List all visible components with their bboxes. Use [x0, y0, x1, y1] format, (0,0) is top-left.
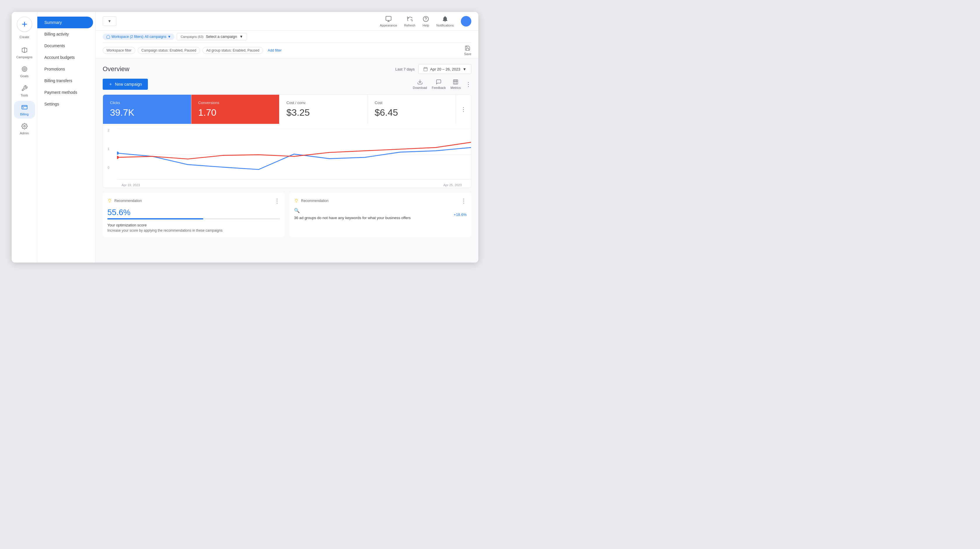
metrics-more: ⋮ — [456, 95, 471, 124]
notifications-button[interactable]: Notifications — [436, 16, 454, 27]
feedback-icon — [436, 79, 442, 85]
submenu-billing-transfers[interactable]: Billing transfers — [37, 75, 93, 87]
campaign-dropdown[interactable]: Campaigns (63) Select a campaign ▼ — [177, 33, 247, 40]
svg-rect-10 — [453, 80, 458, 84]
refresh-button[interactable]: Refresh — [404, 16, 415, 27]
create-button[interactable] — [17, 17, 32, 32]
add-filter-button[interactable]: Add filter — [266, 47, 284, 54]
rec-right-2: 🔍 36 ad groups do not have any keywords … — [294, 208, 467, 221]
cost-label: Cost — [375, 100, 449, 105]
last-days-label: Last 7 days — [395, 67, 415, 71]
rec-header-2: Recommendation ⋮ — [294, 197, 467, 204]
submenu-account-budgets[interactable]: Account budgets — [37, 52, 93, 63]
submenu-summary[interactable]: Summary — [37, 17, 93, 28]
date-range-text: Apr 20 – 26, 2023 — [430, 67, 460, 71]
rec-progress-fill — [107, 218, 203, 219]
sidebar-item-tools[interactable]: Tools — [14, 82, 35, 100]
feedback-button[interactable]: Feedback — [432, 79, 445, 89]
sidebar-nav: Create Campaigns Goals — [12, 12, 37, 263]
search-icon-rec: 🔍 — [294, 208, 300, 213]
help-icon — [422, 16, 430, 22]
metrics-button[interactable]: Metrics — [450, 79, 461, 89]
chart-svg — [117, 129, 471, 181]
metrics-more-button[interactable]: ⋮ — [461, 106, 466, 113]
rec-boost: +18.6% — [454, 213, 467, 217]
conversions-metric: Conversions 1.70 — [191, 95, 280, 124]
more-options-button[interactable]: ⋮ — [466, 81, 471, 88]
recommendation-keywords-card: Recommendation ⋮ 🔍 36 ad groups do not h… — [290, 193, 471, 237]
new-campaign-button[interactable]: ＋ New campaign — [103, 79, 148, 90]
save-button[interactable]: Save — [464, 45, 471, 56]
rec-label-1: Recommendation — [107, 198, 142, 203]
ad-group-status-chip[interactable]: Ad group status: Enabled, Paused — [202, 47, 263, 54]
tools-icon — [21, 84, 29, 92]
rec-header-1: Recommendation ⋮ — [107, 197, 280, 204]
top-bar-right: Appearance Refresh Help — [380, 16, 471, 27]
svg-point-14 — [117, 152, 119, 155]
user-avatar[interactable] — [461, 16, 471, 27]
workspace-filter-chip[interactable]: Workspace filter — [103, 47, 135, 54]
admin-icon — [21, 122, 29, 130]
goals-icon — [21, 65, 29, 73]
recommendations-row: Recommendation ⋮ 55.6% Your optimization… — [103, 193, 471, 237]
filter-chips: Workspace filter Campaign status: Enable… — [103, 43, 471, 58]
rec-more-1[interactable]: ⋮ — [274, 197, 280, 204]
chart-x-labels: Apr 19, 2023 Apr 25, 2023 — [110, 183, 464, 187]
actions-row: ＋ New campaign Download Feedback — [103, 79, 471, 90]
rec-description: 36 ad groups do not have any keywords fo… — [294, 216, 450, 220]
submenu-payment-methods[interactable]: Payment methods — [37, 87, 93, 98]
appearance-button[interactable]: Appearance — [380, 16, 397, 27]
right-actions: Download Feedback Metrics — [413, 79, 471, 89]
save-icon — [465, 45, 471, 51]
account-name: ▼ — [108, 19, 111, 23]
help-label: Help — [423, 24, 430, 27]
billing-submenu: Summary Billing activity Documents Accou… — [37, 12, 95, 263]
appearance-icon — [385, 16, 392, 22]
campaign-status-chip[interactable]: Campaign status: Enabled, Paused — [138, 47, 200, 54]
rec-label-2: Recommendation — [294, 198, 328, 203]
cost-conv-metric: Cost / conv. $3.25 — [279, 95, 368, 124]
date-picker[interactable]: Apr 20 – 26, 2023 ▼ — [418, 64, 471, 74]
content-area: Overview Last 7 days Apr 20 – 26, 2023 ▼ — [95, 58, 478, 263]
submenu-documents[interactable]: Documents — [37, 40, 93, 52]
rec-subtitle: Increase your score by applying the reco… — [107, 228, 280, 233]
top-bar: ▼ Appearance Refresh — [95, 12, 478, 30]
sidebar-item-billing[interactable]: Billing — [14, 101, 35, 119]
download-button[interactable]: Download — [413, 79, 427, 89]
clicks-value: 39.7K — [110, 107, 184, 118]
overview-header: Overview Last 7 days Apr 20 – 26, 2023 ▼ — [103, 64, 471, 74]
rec-more-2[interactable]: ⋮ — [461, 197, 467, 204]
date-range-row: Last 7 days Apr 20 – 26, 2023 ▼ — [395, 64, 471, 74]
svg-rect-6 — [386, 16, 391, 21]
sidebar-item-admin[interactable]: Admin — [14, 120, 35, 138]
filter-row: Workspace (2 filters) All campaigns ▼ Ca… — [103, 33, 471, 43]
calendar-icon — [423, 67, 428, 71]
svg-rect-3 — [22, 105, 27, 109]
lightbulb-icon-2 — [294, 198, 299, 203]
campaigns-icon — [21, 46, 29, 54]
sidebar-item-create-label: Create — [14, 33, 35, 41]
submenu-promotions[interactable]: Promotions — [37, 63, 93, 75]
home-icon — [106, 35, 110, 39]
submenu-billing-activity[interactable]: Billing activity — [37, 28, 93, 40]
cost-conv-label: Cost / conv. — [286, 100, 361, 105]
download-icon — [417, 79, 423, 85]
workspace-filter-badge[interactable]: Workspace (2 filters) All campaigns ▼ — [103, 33, 174, 40]
top-bar-left: ▼ — [103, 16, 116, 26]
help-button[interactable]: Help — [422, 16, 430, 27]
sidebar-item-goals[interactable]: Goals — [14, 63, 35, 81]
svg-rect-9 — [424, 68, 427, 71]
conversions-label: Conversions — [198, 100, 272, 105]
lightbulb-icon — [107, 198, 112, 203]
rec-progress-bar — [107, 218, 280, 219]
chart-area: 2 1 0 — [103, 124, 471, 188]
sidebar-item-campaigns[interactable]: Campaigns — [14, 44, 35, 62]
clicks-metric: Clicks 39.7K — [103, 95, 191, 124]
billing-icon — [21, 103, 29, 111]
account-dropdown[interactable]: ▼ — [103, 16, 116, 26]
cost-metric: Cost $6.45 — [368, 95, 456, 124]
submenu-settings[interactable]: Settings — [37, 98, 93, 110]
chart-y-labels: 2 1 0 — [108, 129, 110, 169]
main-content: ▼ Appearance Refresh — [95, 12, 478, 263]
svg-point-2 — [24, 69, 25, 70]
